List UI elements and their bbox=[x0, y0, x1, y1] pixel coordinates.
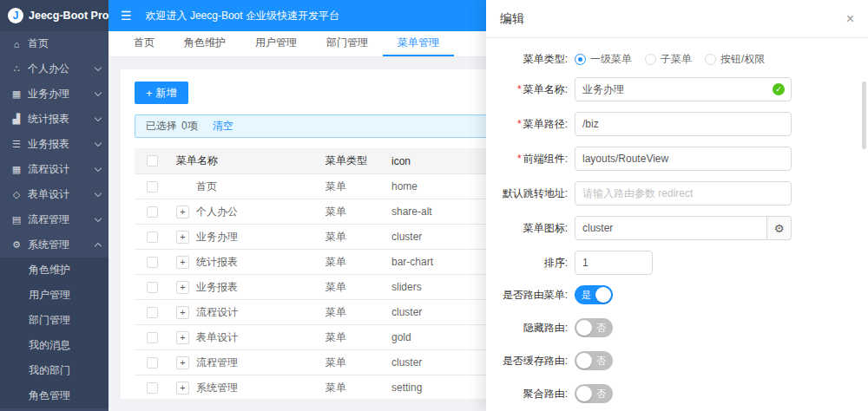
chevron-down-icon bbox=[95, 215, 102, 222]
menu-type-cell: 菜单 bbox=[319, 280, 385, 295]
sidebar-item-form-design[interactable]: ◇表单设计 bbox=[0, 182, 108, 207]
tab-menu-manage[interactable]: 菜单管理 bbox=[383, 31, 454, 56]
switch-is-route-menu[interactable]: 是 bbox=[575, 285, 613, 304]
sidebar-item-business-handle[interactable]: ▦业务办理 bbox=[0, 82, 108, 107]
close-icon[interactable]: × bbox=[846, 12, 854, 26]
icon-cell: bar-chart bbox=[385, 256, 487, 268]
menu-name-text: 系统管理 bbox=[196, 381, 238, 395]
row-checkbox[interactable] bbox=[147, 357, 158, 369]
sidebar-item-process-manage[interactable]: ▤流程管理 bbox=[0, 207, 108, 232]
row-checkbox[interactable] bbox=[147, 282, 158, 293]
expand-row-button[interactable]: + bbox=[176, 331, 189, 344]
icon-picker-button[interactable]: ⚙ bbox=[767, 216, 792, 240]
success-check-icon: ✓ bbox=[773, 83, 785, 95]
sidebar-item-system-manage[interactable]: ⚙系统管理 bbox=[0, 232, 108, 258]
sidebar-subitem-user-manage[interactable]: 用户管理 bbox=[0, 283, 108, 308]
edit-drawer: 编辑 × 菜单类型: 一级菜单子菜单按钮/权限 *菜单名称: ✓ *菜单路径: bbox=[486, 0, 868, 411]
home-icon: ⌂ bbox=[10, 39, 23, 49]
field-label: 菜单类型: bbox=[495, 52, 575, 67]
menu-fold-icon[interactable]: ☰ bbox=[121, 10, 132, 22]
tab-user-manage[interactable]: 用户管理 bbox=[240, 31, 312, 56]
icon-cell: cluster bbox=[385, 231, 487, 243]
clear-selection-link[interactable]: 清空 bbox=[213, 119, 233, 134]
expand-row-button[interactable]: + bbox=[176, 231, 189, 244]
tab-home[interactable]: 首页 bbox=[119, 31, 169, 56]
setting-icon: ⚙ bbox=[774, 222, 785, 235]
switch-state-text: 是 bbox=[582, 285, 591, 304]
menu-icon-input[interactable] bbox=[575, 216, 767, 240]
sidebar-subitem-my-message[interactable]: 我的消息 bbox=[0, 333, 108, 358]
sidebar-item-business-report[interactable]: ☰业务报表 bbox=[0, 132, 108, 157]
front-component-input[interactable] bbox=[575, 147, 792, 171]
row-checkbox[interactable] bbox=[147, 232, 158, 243]
sidebar-subitem-role-manage[interactable]: 角色管理 bbox=[0, 383, 108, 408]
sort-input[interactable] bbox=[575, 251, 653, 275]
field-menu-path: *菜单路径: bbox=[495, 112, 852, 136]
share-alt-icon: ∴ bbox=[10, 63, 23, 75]
row-select-cell bbox=[135, 206, 169, 218]
sidebar-subitem-dept-manage[interactable]: 部门管理 bbox=[0, 308, 108, 333]
switch-fields: 是否路由菜单:是隐藏路由:否是否缓存路由:否聚合路由:否 bbox=[495, 285, 852, 403]
row-checkbox[interactable] bbox=[147, 307, 158, 318]
expand-row-button[interactable]: + bbox=[176, 281, 189, 294]
radio-checked-icon bbox=[575, 54, 586, 65]
tab-role-maintain[interactable]: 角色维护 bbox=[169, 31, 240, 56]
required-mark: * bbox=[517, 83, 522, 95]
field-label: 排序: bbox=[495, 256, 575, 271]
welcome-text: 欢迎进入 Jeecg-Boot 企业级快速开发平台 bbox=[146, 9, 339, 23]
menu-type-cell: 菜单 bbox=[319, 381, 385, 395]
add-button[interactable]: + 新增 bbox=[135, 82, 188, 104]
chevron-up-icon bbox=[95, 243, 102, 250]
expand-row-button[interactable]: + bbox=[176, 256, 189, 269]
switch-aggregate-route[interactable]: 否 bbox=[575, 384, 613, 403]
expand-row-button[interactable]: + bbox=[176, 382, 189, 395]
gold-icon: ◇ bbox=[10, 189, 23, 200]
drawer-title: 编辑 bbox=[500, 11, 524, 27]
menu-name-cell: +表单设计 bbox=[169, 330, 319, 345]
row-checkbox[interactable] bbox=[147, 206, 158, 218]
menu-name-input[interactable] bbox=[575, 77, 792, 101]
row-checkbox[interactable] bbox=[147, 181, 158, 192]
redirect-input[interactable] bbox=[575, 181, 792, 206]
sidebar-menu: ⌂首页∴个人办公▦业务办理▟统计报表☰业务报表▦流程设计◇表单设计▤流程管理⚙系… bbox=[0, 31, 108, 408]
field-label-text: 前端组件: bbox=[523, 153, 568, 165]
menu-type-cell: 菜单 bbox=[319, 205, 385, 219]
submenu-system-manage: 角色维护用户管理部门管理我的消息我的部门角色管理 bbox=[0, 258, 108, 408]
sidebar-item-personal-office[interactable]: ∴个人办公 bbox=[0, 56, 108, 82]
row-checkbox[interactable] bbox=[147, 257, 158, 268]
select-all-checkbox[interactable] bbox=[147, 155, 158, 166]
row-checkbox[interactable] bbox=[147, 332, 158, 343]
tab-dept-manage[interactable]: 部门管理 bbox=[312, 31, 383, 56]
icon-cell: gold bbox=[385, 331, 487, 343]
app-logo[interactable]: J Jeecg-Boot Pro bbox=[0, 0, 108, 31]
sidebar-item-label: 系统管理 bbox=[28, 238, 95, 252]
expand-row-button[interactable]: + bbox=[176, 306, 189, 319]
sidebar-item-stats-report[interactable]: ▟统计报表 bbox=[0, 107, 108, 132]
radio-option-0[interactable]: 一级菜单 bbox=[575, 52, 632, 67]
menu-name-text: 首页 bbox=[196, 179, 217, 194]
expand-row-button[interactable]: + bbox=[176, 356, 189, 369]
expand-row-button[interactable]: + bbox=[176, 206, 189, 219]
sidebar-item-label: 统计报表 bbox=[28, 112, 95, 127]
radio-option-1[interactable]: 子菜单 bbox=[645, 52, 692, 67]
menu-path-input[interactable] bbox=[575, 112, 792, 136]
field-hide-route: 隐藏路由:否 bbox=[495, 318, 852, 337]
sidebar-item-home[interactable]: ⌂首页 bbox=[0, 31, 108, 56]
plus-icon: + bbox=[146, 88, 153, 99]
radio-option-2[interactable]: 按钮/权限 bbox=[705, 52, 765, 67]
field-control: ✓ bbox=[575, 77, 852, 101]
switch-hide-route[interactable]: 否 bbox=[575, 318, 613, 337]
drawer-scrollbar[interactable] bbox=[862, 82, 866, 149]
switch-cache-route[interactable]: 否 bbox=[575, 351, 613, 370]
sidebar-subitem-role-maintain[interactable]: 角色维护 bbox=[0, 258, 108, 283]
sidebar-item-process-design[interactable]: ▦流程设计 bbox=[0, 157, 108, 182]
sliders-icon: ☰ bbox=[10, 139, 23, 150]
row-checkbox[interactable] bbox=[147, 382, 158, 394]
field-menu-name: *菜单名称: ✓ bbox=[495, 77, 852, 101]
cluster-icon: ▦ bbox=[10, 88, 23, 100]
sidebar: J Jeecg-Boot Pro ⌂首页∴个人办公▦业务办理▟统计报表☰业务报表… bbox=[0, 0, 108, 411]
sidebar-subitem-my-department[interactable]: 我的部门 bbox=[0, 358, 108, 383]
menu-type-radio-group: 一级菜单子菜单按钮/权限 bbox=[575, 52, 852, 67]
menu-name-cell: +流程设计 bbox=[169, 305, 319, 320]
field-label: 默认跳转地址: bbox=[495, 186, 575, 201]
